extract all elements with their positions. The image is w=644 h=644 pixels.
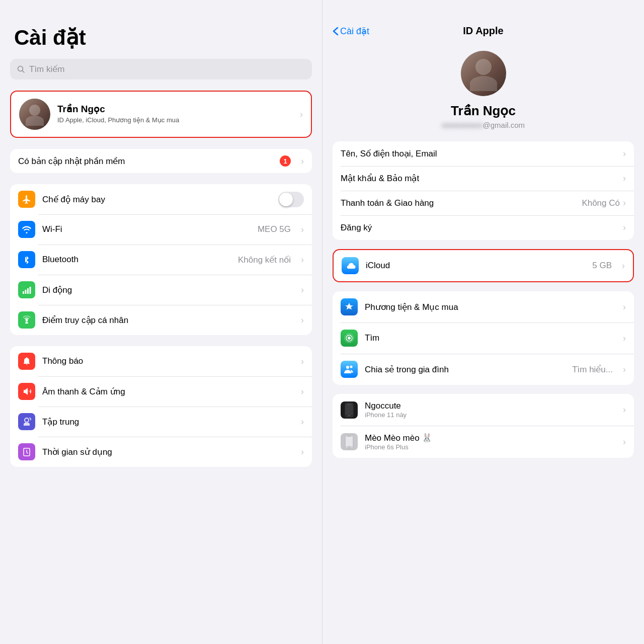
subscription-label: Đăng ký: [341, 223, 623, 233]
chevron-icon: ›: [301, 315, 304, 326]
family-sharing-item[interactable]: Chia sẻ trong gia đình Tìm hiểu... ›: [333, 354, 634, 385]
chevron-icon: ›: [623, 148, 626, 159]
right-profile-section: Trần Ngọc ●●●●●●●●●@gmail.com: [333, 51, 634, 129]
name-phone-label: Tên, Số điện thoại, Email: [341, 148, 623, 159]
update-badge: 1: [280, 155, 291, 167]
chevron-icon: ›: [301, 285, 304, 295]
sound-item[interactable]: Âm thanh & Cảm ứng ›: [10, 376, 312, 407]
subscription-item[interactable]: Đăng ký ›: [333, 215, 634, 240]
chevron-icon: ›: [301, 156, 304, 167]
connectivity-group: Chế độ máy bay Wi-Fi MEO 5G › Bluetooth …: [10, 184, 312, 335]
update-item[interactable]: Có bản cập nhật phần mềm 1 ›: [10, 149, 312, 173]
bluetooth-value: Không kết nối: [238, 255, 291, 265]
svg-rect-2: [23, 291, 24, 294]
cellular-item[interactable]: Di động ›: [10, 275, 312, 305]
page-title: Cài đặt: [10, 25, 312, 50]
screentime-icon: [18, 443, 35, 460]
sound-label: Âm thanh & Cảm ứng: [42, 386, 294, 397]
right-avatar: [461, 51, 506, 96]
iphone11-sub: iPhone 11 này: [365, 411, 616, 419]
wifi-item[interactable]: Wi-Fi MEO 5G ›: [10, 214, 312, 245]
icloud-value: 5 GB: [592, 261, 612, 271]
chevron-icon: ›: [300, 109, 303, 120]
nav-header: Cài đặt ID Apple: [333, 25, 634, 37]
chevron-icon: ›: [301, 386, 304, 397]
wifi-label: Wi-Fi: [42, 224, 251, 234]
iphone6s-icon: [341, 433, 358, 450]
findmy-item[interactable]: Tìm ›: [333, 323, 634, 354]
svg-rect-4: [27, 288, 29, 294]
family-label: Chia sẻ trong gia đình: [365, 364, 565, 375]
airplane-item[interactable]: Chế độ máy bay: [10, 184, 312, 214]
device-iphone11-item[interactable]: Ngoccute iPhone 11 này ›: [333, 394, 634, 426]
bluetooth-item[interactable]: Bluetooth Không kết nối ›: [10, 245, 312, 275]
search-icon: [17, 65, 25, 73]
chevron-icon: ›: [301, 417, 304, 427]
icloud-item[interactable]: iCloud 5 GB ›: [334, 250, 633, 281]
findmy-label: Tìm: [365, 333, 616, 343]
chevron-icon: ›: [623, 198, 626, 208]
svg-rect-5: [30, 287, 31, 294]
notifications-icon: [18, 353, 35, 370]
payment-label: Thanh toán & Giao hàng: [341, 198, 582, 208]
wifi-icon: [18, 221, 35, 238]
back-button[interactable]: Cài đặt: [333, 26, 369, 37]
findmy-icon: [341, 330, 358, 347]
iphone11-icon: [341, 401, 358, 419]
services-group: A Phương tiện & Mục mua › Tìm ›: [333, 291, 634, 385]
chevron-icon: ›: [623, 437, 626, 447]
svg-point-9: [348, 337, 351, 340]
chevron-icon: ›: [301, 255, 304, 265]
svg-rect-17: [348, 415, 351, 416]
hotspot-item[interactable]: Điểm truy cập cá nhân ›: [10, 305, 312, 335]
airplane-toggle[interactable]: [278, 192, 304, 207]
profile-name: Trần Ngọc: [57, 103, 293, 115]
svg-line-1: [23, 70, 25, 72]
password-label: Mật khẩu & Bảo mật: [341, 173, 623, 184]
chevron-icon: ›: [623, 222, 626, 233]
media-purchases-label: Phương tiện & Mục mua: [365, 302, 616, 312]
devices-group: Ngoccute iPhone 11 này › Mèo Mèo mèo 🐰 i…: [333, 394, 634, 458]
hotspot-label: Điểm truy cập cá nhân: [42, 315, 294, 326]
update-group: Có bản cập nhật phần mềm 1 ›: [10, 149, 312, 173]
iphone11-info: Ngoccute iPhone 11 này: [365, 401, 616, 419]
name-phone-email-item[interactable]: Tên, Số điện thoại, Email ›: [333, 141, 634, 166]
svg-point-12: [346, 366, 349, 369]
bluetooth-icon: [18, 251, 35, 268]
search-bar[interactable]: Tìm kiếm: [10, 59, 312, 79]
device-iphone6s-item[interactable]: Mèo Mèo mèo 🐰 iPhone 6s Plus ›: [333, 426, 634, 458]
right-profile-name: Trần Ngọc: [451, 103, 516, 119]
chevron-icon: ›: [623, 302, 626, 312]
notifications-item[interactable]: Thông báo ›: [10, 346, 312, 376]
airplane-label: Chế độ máy bay: [42, 194, 271, 205]
profile-info: Trần Ngọc ID Apple, iCloud, Phương tiện …: [57, 103, 293, 125]
wifi-value: MEO 5G: [258, 224, 291, 234]
payment-shipping-item[interactable]: Thanh toán & Giao hàng Không Có ›: [333, 191, 634, 215]
profile-subtitle: ID Apple, iCloud, Phương tiện & Mục mua: [57, 116, 293, 125]
family-value: Tìm hiểu...: [572, 364, 613, 375]
svg-rect-3: [25, 290, 27, 294]
media-purchases-item[interactable]: A Phương tiện & Mục mua ›: [333, 291, 634, 323]
notifications-group: Thông báo › Âm thanh & Cảm ứng › Tập t: [10, 346, 312, 467]
back-label: Cài đặt: [340, 26, 369, 37]
chevron-icon: ›: [623, 364, 626, 375]
info-group: Tên, Số điện thoại, Email › Mật khẩu & B…: [333, 141, 634, 240]
focus-item[interactable]: Tập trung ›: [10, 407, 312, 437]
screentime-item[interactable]: Thời gian sử dụng ›: [10, 437, 312, 467]
chevron-icon: ›: [623, 333, 626, 344]
iphone6s-info: Mèo Mèo mèo 🐰 iPhone 6s Plus: [365, 433, 616, 451]
chevron-icon: ›: [623, 173, 626, 184]
nav-title: ID Apple: [463, 25, 503, 37]
icloud-group: iCloud 5 GB ›: [333, 249, 634, 282]
password-security-item[interactable]: Mật khẩu & Bảo mật ›: [333, 166, 634, 191]
iphone11-name: Ngoccute: [365, 401, 616, 411]
avatar: [19, 99, 50, 130]
chevron-icon: ›: [301, 224, 304, 235]
svg-point-13: [350, 366, 353, 368]
chevron-icon: ›: [623, 405, 626, 415]
right-profile-email: ●●●●●●●●●@gmail.com: [442, 121, 525, 129]
payment-value: Không Có: [582, 198, 620, 208]
profile-card[interactable]: Trần Ngọc ID Apple, iCloud, Phương tiện …: [10, 91, 312, 138]
icloud-label: iCloud: [366, 261, 585, 271]
bluetooth-label: Bluetooth: [42, 255, 231, 265]
